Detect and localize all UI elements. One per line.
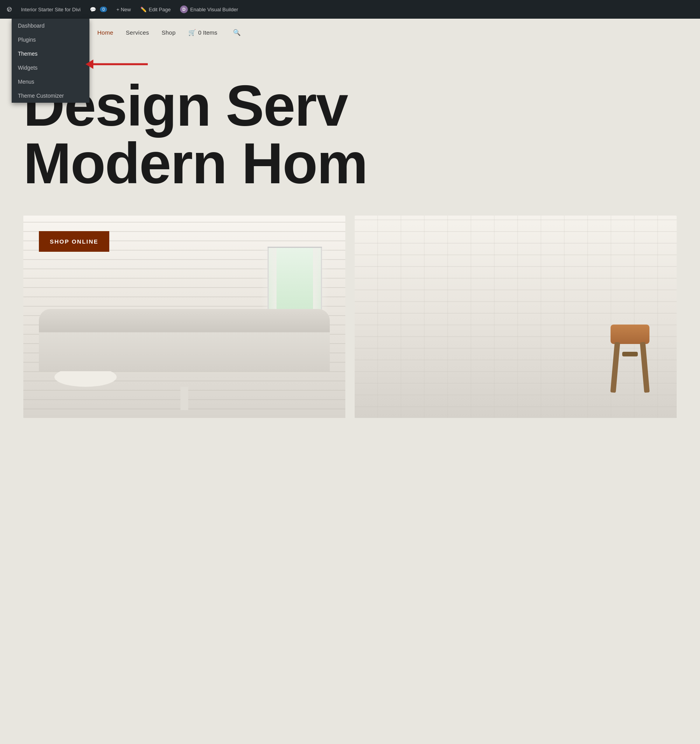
- site-navigation: bout Blog Contact Home Services Shop 🛒 0…: [0, 19, 700, 46]
- dropdown-item-themes[interactable]: Themes: [12, 47, 89, 61]
- stool-crossbar: [622, 352, 638, 356]
- new-label: + New: [116, 7, 131, 12]
- hero-line-1: Design Serv: [23, 77, 677, 135]
- card-1: SHOP ONLINE: [23, 216, 345, 418]
- admin-bar: Interior Starter Site for Divi 💬 0 + New…: [0, 0, 700, 19]
- stool-seat: [611, 325, 649, 344]
- enable-vb-label: Enable Visual Builder: [190, 7, 238, 12]
- nav-item-shop[interactable]: Shop: [161, 29, 175, 36]
- dropdown-item-widgets[interactable]: Widgets: [12, 61, 89, 75]
- site-title-bar-item[interactable]: Interior Starter Site for Divi: [17, 0, 84, 19]
- dropdown-item-dashboard[interactable]: Dashboard: [12, 19, 89, 33]
- stool-leg-2: [640, 342, 649, 393]
- cart-icon: 🛒: [188, 29, 196, 36]
- divi-icon: D: [180, 5, 188, 13]
- dropdown-item-theme-customizer[interactable]: Theme Customizer: [12, 89, 89, 103]
- nav-item-services[interactable]: Services: [126, 29, 149, 36]
- card-2: [355, 216, 677, 418]
- wordpress-logo[interactable]: [3, 3, 16, 16]
- svg-marker-1: [86, 60, 93, 69]
- dropdown-item-menus[interactable]: Menus: [12, 75, 89, 89]
- stool-leg-1: [610, 342, 620, 393]
- speech-bubble-icon: 💬: [90, 7, 96, 12]
- room-scene-2: [355, 216, 677, 418]
- comments-bar-item[interactable]: 💬 0: [86, 0, 111, 19]
- table-leg: [180, 387, 188, 410]
- shop-online-button[interactable]: SHOP ONLINE: [39, 231, 109, 252]
- hero-line-2: Modern Hom: [23, 135, 677, 192]
- search-icon[interactable]: 🔍: [233, 29, 241, 36]
- nav-item-home[interactable]: Home: [97, 29, 113, 36]
- hero-title: Design Serv Modern Hom: [23, 77, 677, 192]
- divi-bar-item[interactable]: D Enable Visual Builder: [176, 0, 242, 19]
- nav-cart[interactable]: 🛒 0 Items: [188, 29, 217, 36]
- dropdown-item-plugins[interactable]: Plugins: [12, 33, 89, 47]
- edit-page-bar-item[interactable]: ✏️ Edit Page: [136, 0, 175, 19]
- new-bar-item[interactable]: + New: [112, 0, 135, 19]
- arrow-indicator: [86, 56, 148, 74]
- sofa: [39, 309, 330, 371]
- sofa-back: [39, 309, 330, 332]
- cart-items-label: 0 Items: [198, 29, 217, 36]
- edit-page-label: Edit Page: [149, 7, 171, 12]
- site-title: Interior Starter Site for Divi: [21, 7, 80, 12]
- leather-stool: [607, 325, 653, 395]
- pencil-icon: ✏️: [140, 7, 147, 12]
- appearance-dropdown: Dashboard Plugins Themes Widgets Menus T…: [12, 19, 89, 103]
- cards-section: SHOP ONLINE: [0, 208, 700, 441]
- comments-count: 0: [100, 7, 107, 12]
